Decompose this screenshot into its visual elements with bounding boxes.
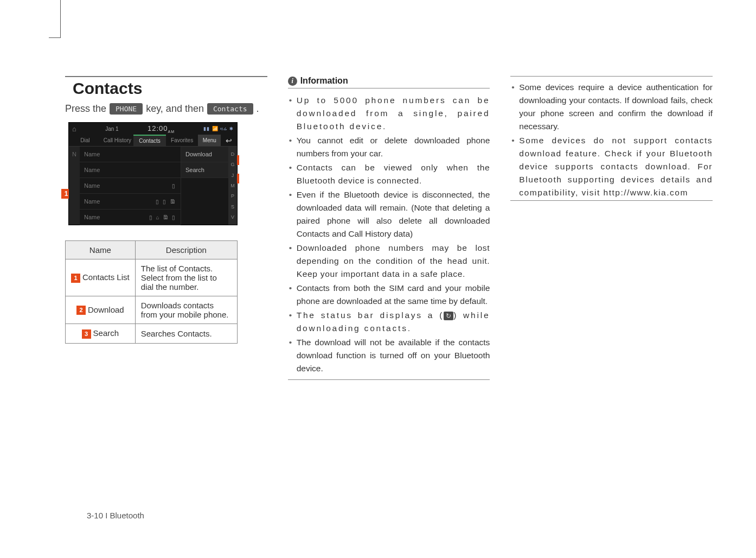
mock-search-btn: Search	[181, 162, 228, 178]
information-heading: i Information	[288, 76, 490, 88]
info-list-col2: Up to 5000 phone numbers can be download…	[288, 94, 490, 375]
page-footer: 3-10 I Bluetooth	[87, 511, 144, 520]
info-item: Up to 5000 phone numbers can be download…	[288, 94, 490, 133]
info-icon: i	[288, 77, 297, 86]
contacts-chip: Contacts	[207, 103, 253, 115]
tab-dial: Dial	[69, 135, 101, 147]
mock-time: 12:00AM	[148, 124, 175, 134]
row-name: Search	[93, 328, 119, 338]
tab-menu: Menu	[198, 135, 221, 147]
row-desc: The list of Contacts. Select from the li…	[135, 259, 237, 296]
table-row: 1Contacts List The list of Contacts. Sel…	[66, 259, 238, 296]
th-name: Name	[66, 241, 136, 259]
page-content: Contacts Press the PHONE key, and then C…	[65, 76, 713, 525]
section-header: Contacts	[65, 76, 267, 98]
info-item: Even if the Bluetooth device is disconne…	[288, 188, 490, 240]
mock-side-buttons: Download Search	[181, 147, 228, 225]
tab-contacts: Contacts	[133, 135, 166, 147]
column-2: i Information Up to 5000 phone numbers c…	[288, 76, 490, 384]
crop-mark	[49, 0, 61, 38]
mock-date: Jan 1	[105, 126, 118, 132]
mock-list: Name Name Name▯ Name▯ ▯ 🖺 Name▯ ⌂ 🖺 ▯	[80, 147, 181, 225]
mock-download-btn: Download	[181, 147, 228, 162]
mock-index-letter: N	[69, 147, 80, 225]
press-mid: key, and then	[146, 103, 204, 115]
press-suffix: .	[257, 103, 259, 115]
list-item: Name▯	[80, 178, 181, 194]
instruction-line: Press the PHONE key, and then Contacts .	[65, 103, 267, 115]
row-desc: Downloads contacts from your mobile phon…	[135, 296, 237, 324]
info-item: Contacts can be viewed only when the Blu…	[288, 161, 490, 187]
description-table: Name Description 1Contacts List The list…	[65, 240, 238, 344]
list-item: Name▯ ⌂ 🖺 ▯	[80, 210, 181, 225]
section-title: Contacts	[65, 79, 267, 98]
info-item: The status bar displays a () while downl…	[288, 309, 490, 335]
info-item: Contacts from both the SIM card and your…	[288, 282, 490, 308]
row-name: Download	[88, 305, 124, 314]
table-row: 3Search Searches Contacts.	[66, 324, 238, 344]
mock-az-index: DGJMPSV	[228, 147, 237, 225]
tab-call-history: Call History	[101, 135, 134, 147]
phone-key-chip: PHONE	[110, 103, 143, 115]
screenshot-contacts: 1 2 3 ⌂ Jan 1 12:00AM ▮▮ 📶 ዛሬ ✱ Dial Cal…	[68, 122, 238, 225]
info-list-col3: Some devices require a device authentica…	[510, 76, 713, 201]
table-row: 2Download Downloads contacts from your m…	[66, 296, 238, 324]
mock-tabs: Dial Call History Contacts Favorites Men…	[69, 135, 237, 147]
list-item: Name▯ ▯ 🖺	[80, 194, 181, 210]
info-item: The download will not be available if th…	[288, 336, 490, 375]
column-1: Contacts Press the PHONE key, and then C…	[65, 76, 267, 384]
badge-2: 2	[76, 306, 86, 315]
list-item: Name	[80, 162, 181, 178]
th-description: Description	[135, 241, 237, 259]
sync-icon	[444, 312, 453, 320]
info-heading-text: Information	[300, 76, 348, 86]
tab-back: ↩	[221, 135, 237, 147]
row-name: Contacts List	[82, 272, 130, 282]
home-icon: ⌂	[72, 125, 76, 133]
info-item: Some devices require a device authentica…	[510, 81, 713, 133]
info-item: You cannot edit or delete downloaded pho…	[288, 134, 490, 160]
press-prefix: Press the	[65, 103, 106, 115]
info-item: Downloaded phone numbers may be lost dep…	[288, 242, 490, 281]
mock-status-icons: ▮▮ 📶 ዛሬ ✱	[203, 126, 234, 132]
badge-1: 1	[71, 274, 80, 283]
info-item: Some devices do not support contacts dow…	[510, 134, 713, 199]
tab-favorites: Favorites	[166, 135, 198, 147]
list-item: Name	[80, 147, 181, 162]
column-3: Some devices require a device authentica…	[510, 76, 713, 384]
mock-statusbar: ⌂ Jan 1 12:00AM ▮▮ 📶 ዛሬ ✱	[69, 123, 237, 135]
badge-3: 3	[82, 329, 91, 339]
row-desc: Searches Contacts.	[135, 324, 237, 344]
